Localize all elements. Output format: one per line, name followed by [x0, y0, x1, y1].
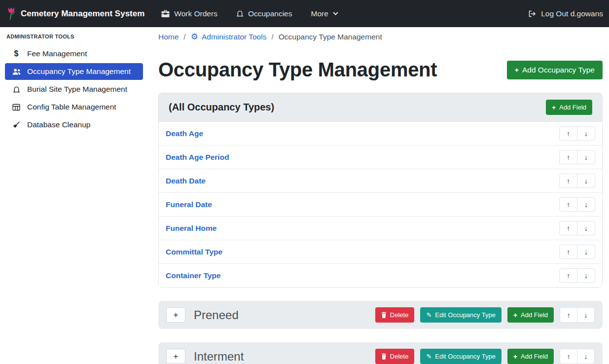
move-up-button[interactable]: ↑ [559, 197, 577, 212]
move-up-button[interactable]: ↑ [559, 150, 577, 164]
move-down-button[interactable]: ↓ [577, 221, 595, 235]
add-field-label: Add Field [521, 353, 548, 360]
reorder-buttons: ↑ ↓ [559, 126, 595, 141]
edit-occupancy-type-label: Edit Occupancy Type [435, 353, 496, 360]
gear-icon: ⚙ [191, 33, 198, 41]
arrow-down-icon: ↓ [584, 272, 588, 280]
edit-occupancy-type-button[interactable]: ✎ Edit Occupancy Type [420, 349, 502, 364]
field-link[interactable]: Death Date [166, 177, 206, 185]
move-down-button[interactable]: ↓ [577, 197, 595, 212]
tombstone-icon [11, 86, 22, 93]
arrow-down-icon: ↓ [584, 177, 588, 185]
move-up-button[interactable]: ↑ [559, 221, 577, 235]
sidebar-item-label: Occupancy Type Management [27, 67, 131, 76]
arrow-down-icon: ↓ [584, 353, 588, 361]
sidebar-item-occupancy-type-management[interactable]: Occupancy Type Management [5, 63, 143, 80]
move-down-button[interactable]: ↓ [577, 349, 595, 364]
field-row: Death Age Period ↑ ↓ [159, 145, 602, 169]
delete-button[interactable]: Delete [375, 349, 415, 364]
plus-icon: + [515, 67, 519, 73]
nav-more[interactable]: More [311, 9, 338, 18]
logout-link[interactable]: Log Out d.gowans [528, 9, 603, 18]
field-row: Death Age ↑ ↓ [159, 122, 602, 145]
move-up-button[interactable]: ↑ [559, 245, 577, 259]
occupancy-type-title: Interment [194, 350, 244, 364]
move-down-button[interactable]: ↓ [577, 126, 595, 141]
dollar-icon: $ [11, 49, 22, 58]
sidebar-item-burial-site-type-management[interactable]: Burial Site Type Management [5, 81, 143, 98]
logout-icon [528, 10, 537, 17]
field-row: Funeral Home ↑ ↓ [159, 216, 602, 240]
arrow-up-icon: ↑ [567, 248, 570, 256]
delete-button[interactable]: Delete [375, 307, 415, 323]
field-link[interactable]: Death Age Period [166, 153, 229, 162]
add-occupancy-type-button[interactable]: + Add Occupancy Type [507, 61, 603, 79]
field-link[interactable]: Funeral Date [166, 200, 212, 209]
delete-label: Delete [390, 353, 409, 360]
field-row: Death Date ↑ ↓ [159, 169, 602, 192]
field-link[interactable]: Committal Type [166, 248, 222, 256]
move-down-button[interactable]: ↓ [577, 150, 595, 164]
move-down-button[interactable]: ↓ [577, 268, 595, 283]
nav-occupancies[interactable]: Occupancies [236, 9, 292, 18]
sidebar-item-fee-management[interactable]: $ Fee Management [5, 45, 143, 62]
pencil-icon: ✎ [426, 312, 431, 318]
breadcrumb: Home / ⚙ Administrator Tools / Occupancy… [158, 32, 603, 42]
reorder-buttons: ↑ ↓ [559, 174, 595, 188]
field-row: Committal Type ↑ ↓ [159, 240, 602, 263]
nav-occupancies-label: Occupancies [248, 9, 292, 18]
users-icon [11, 68, 22, 75]
field-link[interactable]: Death Age [166, 129, 203, 138]
arrow-down-icon: ↓ [584, 130, 588, 138]
trash-icon [381, 312, 387, 318]
field-row: Funeral Date ↑ ↓ [159, 192, 602, 216]
arrow-down-icon: ↓ [584, 153, 588, 161]
sidebar-item-config-table-management[interactable]: Config Table Management [5, 99, 143, 115]
occupancy-type-section-interment: + Interment Delete ✎ Edit Occupancy Type [158, 342, 603, 364]
main-content: Home / ⚙ Administrator Tools / Occupancy… [148, 27, 609, 364]
move-down-button[interactable]: ↓ [577, 245, 595, 259]
table-icon [11, 104, 22, 111]
occupancy-type-section-preneed: + Preneed Delete ✎ Edit Occupancy Type [158, 301, 603, 329]
broom-icon [11, 121, 22, 129]
all-occupancy-types-card: (All Occupancy Types) + Add Field Death … [158, 93, 603, 288]
breadcrumb-admin-tools-link[interactable]: ⚙ Administrator Tools [191, 33, 267, 41]
sidebar-item-database-cleanup[interactable]: Database Cleanup [5, 116, 143, 133]
app-brand[interactable]: Cemetery Management System [6, 7, 144, 20]
field-link[interactable]: Container Type [166, 271, 221, 280]
move-down-button[interactable]: ↓ [577, 307, 595, 323]
plus-icon: + [174, 352, 179, 361]
reorder-buttons: ↑ ↓ [560, 307, 595, 323]
field-row: Container Type ↑ ↓ [159, 263, 602, 287]
card-title: (All Occupancy Types) [169, 102, 274, 113]
arrow-up-icon: ↑ [567, 201, 570, 209]
reorder-buttons: ↑ ↓ [560, 349, 595, 364]
add-field-button[interactable]: + Add Field [546, 100, 592, 115]
sidebar-item-label: Database Cleanup [27, 120, 90, 129]
plus-icon: + [552, 104, 556, 111]
add-field-button[interactable]: + Add Field [507, 307, 554, 323]
sidebar-item-label: Config Table Management [27, 103, 116, 111]
chevron-down-icon [333, 12, 338, 15]
breadcrumb-home-link[interactable]: Home [158, 33, 179, 41]
sidebar-item-label: Fee Management [27, 49, 87, 58]
move-down-button[interactable]: ↓ [577, 174, 595, 188]
reorder-buttons: ↑ ↓ [559, 245, 595, 259]
title-row: Occupancy Type Management + Add Occupanc… [158, 57, 603, 82]
arrow-down-icon: ↓ [584, 201, 588, 209]
add-field-button[interactable]: + Add Field [507, 349, 554, 364]
arrow-down-icon: ↓ [584, 248, 588, 256]
occupancy-type-title: Preneed [194, 308, 239, 322]
nav-work-orders[interactable]: Work Orders [161, 9, 217, 18]
move-up-button[interactable]: ↑ [559, 268, 577, 283]
move-up-button[interactable]: ↑ [559, 174, 577, 188]
field-link[interactable]: Funeral Home [166, 224, 216, 233]
edit-occupancy-type-button[interactable]: ✎ Edit Occupancy Type [420, 307, 502, 323]
move-up-button[interactable]: ↑ [560, 349, 577, 364]
move-up-button[interactable]: ↑ [560, 307, 577, 323]
pencil-icon: ✎ [426, 353, 431, 360]
move-up-button[interactable]: ↑ [559, 126, 577, 141]
expand-button[interactable]: + [166, 349, 185, 364]
edit-occupancy-type-label: Edit Occupancy Type [435, 311, 496, 319]
expand-button[interactable]: + [166, 307, 185, 323]
